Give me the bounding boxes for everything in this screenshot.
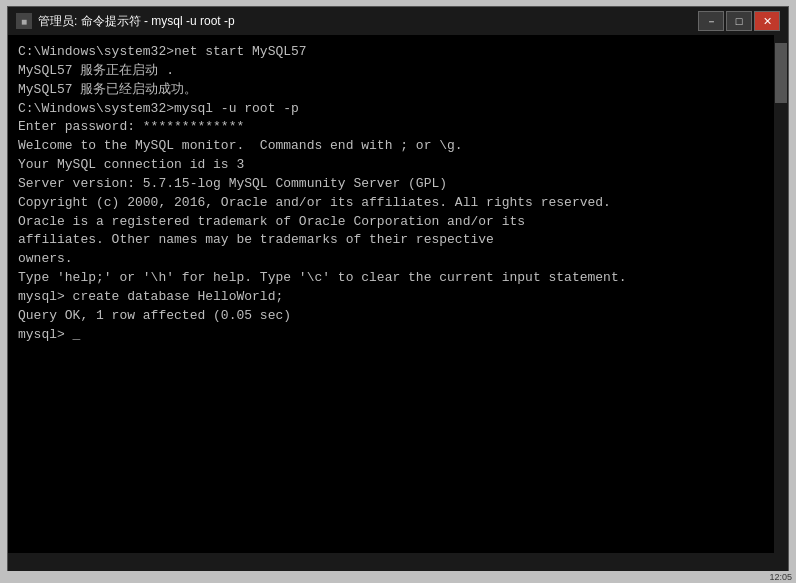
window-title: 管理员: 命令提示符 - mysql -u root -p xyxy=(38,13,698,30)
window-icon-char: ■ xyxy=(21,16,27,27)
close-button[interactable]: ✕ xyxy=(754,11,780,31)
window-icon: ■ xyxy=(16,13,32,29)
cmd-window: ■ 管理员: 命令提示符 - mysql -u root -p － □ ✕ C:… xyxy=(7,6,789,576)
terminal-output: C:\Windows\system32>net start MySQL57MyS… xyxy=(18,43,778,345)
title-bar: ■ 管理员: 命令提示符 - mysql -u root -p － □ ✕ xyxy=(8,7,788,35)
scrollbar[interactable] xyxy=(774,35,788,553)
scrollbar-thumb[interactable] xyxy=(775,43,787,103)
taskbar-time: 12:05 xyxy=(769,572,792,582)
terminal-area[interactable]: C:\Windows\system32>net start MySQL57MyS… xyxy=(8,35,788,553)
window-controls: － □ ✕ xyxy=(698,11,780,31)
taskbar: 12:05 xyxy=(0,571,796,583)
maximize-button[interactable]: □ xyxy=(726,11,752,31)
minimize-button[interactable]: － xyxy=(698,11,724,31)
